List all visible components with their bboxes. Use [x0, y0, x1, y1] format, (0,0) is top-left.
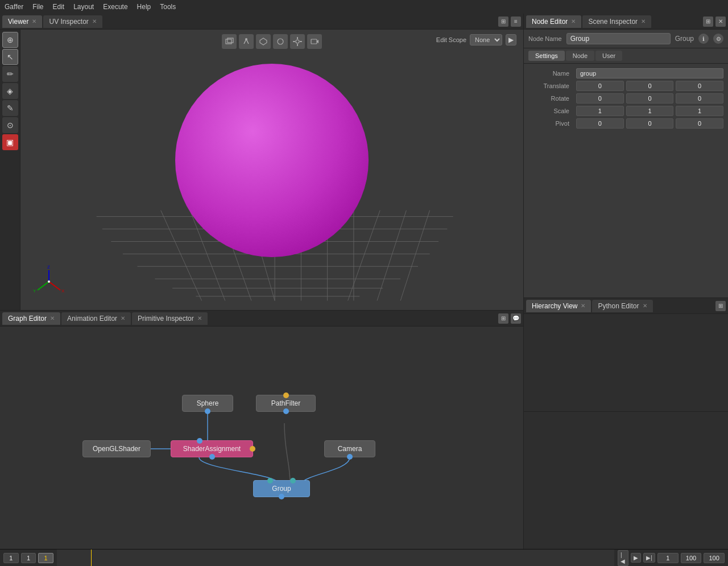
prop-scale-z[interactable]: 1	[676, 106, 723, 116]
prop-rotate-z[interactable]: 0	[676, 93, 723, 104]
tool-select[interactable]: ↖	[2, 49, 18, 65]
hierarchy-tab-bar: Hierarchy View ✕ Python Editor ✕ ⊞	[524, 298, 728, 314]
tab-hierarchy-view[interactable]: Hierarchy View ✕	[526, 300, 591, 312]
timeline-current[interactable]: 1	[21, 553, 36, 563]
menu-layout[interactable]: Layout	[73, 3, 94, 11]
python-editor-content[interactable]	[524, 412, 728, 549]
timeline-marker[interactable]: 1	[38, 553, 53, 563]
ne-icon-grid[interactable]: ⊞	[703, 16, 713, 27]
prop-scale-y[interactable]: 1	[626, 106, 674, 116]
node-pathfilter-in[interactable]	[283, 393, 289, 398]
close-animation-tab[interactable]: ✕	[121, 315, 125, 321]
timeline-start[interactable]: 1	[3, 553, 19, 563]
tab-viewer[interactable]: Viewer ✕	[2, 15, 42, 28]
menu-file[interactable]: File	[32, 3, 43, 11]
node-shaderassignment[interactable]: ShaderAssignment	[171, 440, 253, 457]
close-node-editor-tab[interactable]: ✕	[571, 18, 576, 24]
ne-node-name-input[interactable]	[566, 33, 671, 44]
node-sa-bottom[interactable]	[209, 454, 215, 460]
viewer-viewport[interactable]: Edit Scope None ▶	[20, 30, 523, 310]
node-pathfilter[interactable]: PathFilter	[256, 395, 316, 412]
close-graph-tab[interactable]: ✕	[50, 315, 55, 321]
tool-render[interactable]: ▣	[2, 134, 18, 150]
menu-execute[interactable]: Execute	[103, 3, 127, 11]
bottom-right-panel: Hierarchy View ✕ Python Editor ✕ ⊞	[524, 298, 728, 549]
close-uv-tab[interactable]: ✕	[92, 18, 97, 24]
menu-edit[interactable]: Edit	[52, 3, 64, 11]
menu-tools[interactable]: Tools	[160, 3, 176, 11]
menu-gaffer[interactable]: Gaffer	[5, 3, 23, 11]
prop-rotate-y[interactable]: 0	[626, 93, 674, 104]
close-scene-inspector-tab[interactable]: ✕	[641, 18, 646, 24]
tab-primitive-inspector[interactable]: Primitive Inspector ✕	[132, 312, 208, 325]
tool-edit[interactable]: ✎	[2, 100, 18, 116]
viewer-icon-menu[interactable]: ≡	[511, 16, 521, 27]
prop-rotate-x[interactable]: 0	[576, 93, 624, 104]
close-hierarchy-tab[interactable]: ✕	[581, 303, 585, 309]
node-sphere[interactable]: Sphere	[182, 395, 233, 412]
tool-crop[interactable]: ◈	[2, 83, 18, 99]
ne-icon-close[interactable]: ✕	[715, 16, 726, 27]
graph-icon-grid[interactable]: ⊞	[498, 313, 508, 324]
node-sa-out[interactable]	[250, 446, 255, 452]
ne-header: Node Name Group ℹ ⚙	[524, 30, 728, 48]
node-group-in2[interactable]	[290, 478, 296, 484]
tool-navigate[interactable]: ⊕	[2, 32, 18, 48]
sub-tab-node[interactable]: Node	[566, 51, 594, 61]
prop-translate-z[interactable]: 0	[676, 81, 723, 91]
timeline-bar[interactable]	[57, 550, 614, 566]
node-group[interactable]: Group	[253, 480, 310, 497]
timeline-end[interactable]: 100	[681, 553, 702, 563]
left-panel: Viewer ✕ UV Inspector ✕ ⊞ ≡ ⊕ ↖ ✏ ◈ ✎ ⊙	[0, 14, 523, 549]
prop-translate-x[interactable]: 0	[576, 81, 624, 91]
svg-line-32	[38, 282, 49, 290]
tab-animation-editor[interactable]: Animation Editor ✕	[61, 312, 131, 325]
node-pathfilter-out[interactable]	[283, 408, 289, 414]
tool-target[interactable]: ⊙	[2, 117, 18, 133]
tl-next-key[interactable]: ▶|	[643, 553, 655, 563]
sub-tab-user[interactable]: User	[595, 51, 622, 61]
tab-node-editor[interactable]: Node Editor ✕	[526, 15, 581, 28]
timeline-playhead	[91, 550, 92, 566]
svg-text:Z: Z	[47, 265, 50, 270]
node-openglshader[interactable]: OpenGLShader	[82, 440, 151, 457]
prop-pivot-z[interactable]: 0	[676, 118, 723, 129]
timeline-end-start[interactable]: 1	[657, 553, 679, 563]
main-layout: Viewer ✕ UV Inspector ✕ ⊞ ≡ ⊕ ↖ ✏ ◈ ✎ ⊙	[0, 14, 728, 549]
prop-pivot-x[interactable]: 0	[576, 118, 624, 129]
prop-translate-y[interactable]: 0	[626, 81, 674, 91]
prop-pivot-y[interactable]: 0	[626, 118, 674, 129]
ne-info-btn[interactable]: ℹ	[698, 34, 709, 44]
node-camera-out[interactable]	[347, 454, 353, 460]
left-toolbar: ⊕ ↖ ✏ ◈ ✎ ⊙ ▣	[0, 30, 20, 310]
menu-help[interactable]: Help	[137, 3, 151, 11]
close-primitive-tab[interactable]: ✕	[197, 315, 202, 321]
node-group-out[interactable]	[279, 494, 284, 499]
viewer-icon-grid[interactable]: ⊞	[498, 16, 508, 27]
tab-scene-inspector[interactable]: Scene Inspector ✕	[582, 15, 651, 28]
close-viewer-tab[interactable]: ✕	[32, 18, 36, 24]
tool-paint[interactable]: ✏	[2, 66, 18, 82]
close-python-tab[interactable]: ✕	[643, 303, 647, 309]
node-sa-in[interactable]	[197, 438, 202, 444]
node-sphere-out[interactable]	[205, 408, 210, 414]
node-camera[interactable]: Camera	[324, 440, 375, 457]
ne-settings-btn[interactable]: ⚙	[713, 34, 723, 44]
prop-rotate-label: Rotate	[528, 95, 574, 102]
tl-play[interactable]: ▶	[631, 553, 641, 563]
hierarchy-icon-grid[interactable]: ⊞	[715, 301, 726, 311]
sub-tab-settings[interactable]: Settings	[528, 51, 565, 61]
menubar: Gaffer File Edit Layout Execute Help Too…	[0, 0, 728, 14]
tab-python-editor[interactable]: Python Editor ✕	[592, 300, 652, 312]
tl-prev-key[interactable]: |◀	[618, 550, 628, 566]
prop-name-label: Name	[528, 70, 574, 77]
prop-name-input[interactable]	[576, 68, 723, 79]
node-group-in1[interactable]	[267, 478, 273, 484]
timeline-end2[interactable]: 100	[704, 553, 725, 563]
viewport-gizmo: X Y Z	[32, 265, 66, 299]
tab-graph-editor[interactable]: Graph Editor ✕	[2, 312, 60, 325]
graph-icon-chat[interactable]: 💬	[511, 313, 521, 324]
graph-editor-canvas[interactable]: Sphere PathFilter OpenGLShader ShaderAss…	[0, 327, 523, 549]
tab-uv-inspector[interactable]: UV Inspector ✕	[43, 15, 102, 28]
prop-scale-x[interactable]: 1	[576, 106, 624, 116]
